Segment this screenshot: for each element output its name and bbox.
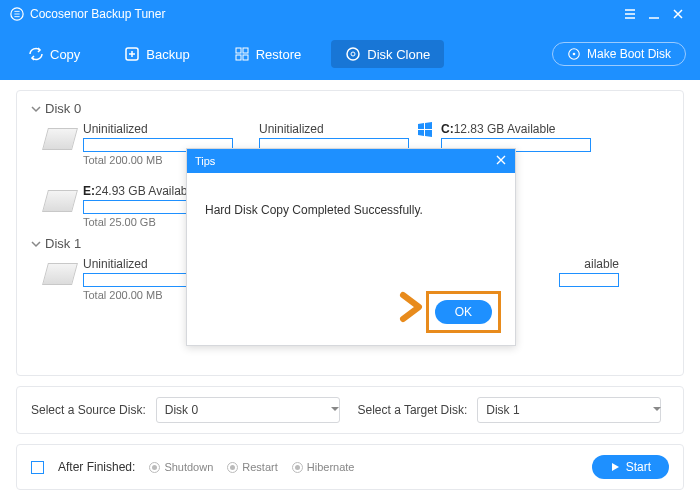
partition-label: ailable <box>584 257 619 271</box>
radio-shutdown[interactable]: Shutdown <box>149 461 213 473</box>
backup-icon <box>124 46 140 62</box>
tab-restore-label: Restore <box>256 47 302 62</box>
windows-icon <box>417 122 433 138</box>
close-icon[interactable] <box>666 4 690 24</box>
partition-label: C:12.83 GB Available <box>441 122 591 136</box>
footer-panel: After Finished: Shutdown Restart Hiberna… <box>16 444 684 490</box>
disk0-header[interactable]: Disk 0 <box>31 101 669 116</box>
svg-point-7 <box>351 52 355 56</box>
dialog-title: Tips <box>195 155 215 167</box>
tab-restore[interactable]: Restore <box>220 40 316 68</box>
app-logo-icon <box>10 7 24 21</box>
disk1-name: Disk 1 <box>45 236 81 251</box>
disk0-name: Disk 0 <box>45 101 81 116</box>
target-label: Select a Target Disk: <box>357 403 467 417</box>
minimize-icon[interactable] <box>642 4 666 24</box>
svg-rect-3 <box>243 48 248 53</box>
tab-diskclone-label: Disk Clone <box>367 47 430 62</box>
hdd-icon <box>42 190 78 212</box>
partition-label: Uninitialized <box>259 122 409 136</box>
chevron-down-icon <box>31 239 41 249</box>
source-disk-select[interactable] <box>156 397 340 423</box>
tab-copy[interactable]: Copy <box>14 40 94 68</box>
make-boot-disk-button[interactable]: Make Boot Disk <box>552 42 686 66</box>
after-finished-label: After Finished: <box>58 460 135 474</box>
diskclone-icon <box>345 46 361 62</box>
hdd-icon <box>42 263 78 285</box>
partition-label: Uninitialized <box>83 122 233 136</box>
tab-backup-label: Backup <box>146 47 189 62</box>
highlight-arrow-icon <box>397 291 429 327</box>
boot-icon <box>567 47 581 61</box>
tab-backup[interactable]: Backup <box>110 40 203 68</box>
hdd-icon <box>42 128 78 150</box>
svg-rect-2 <box>236 48 241 53</box>
source-label: Select a Source Disk: <box>31 403 146 417</box>
ok-button[interactable]: OK <box>435 300 492 324</box>
svg-point-6 <box>347 48 359 60</box>
tips-dialog: Tips Hard Disk Copy Completed Successful… <box>186 148 516 346</box>
svg-rect-5 <box>243 55 248 60</box>
target-disk-select[interactable] <box>477 397 661 423</box>
ok-highlight-box: OK <box>426 291 501 333</box>
tab-disk-clone[interactable]: Disk Clone <box>331 40 444 68</box>
chevron-down-icon <box>31 104 41 114</box>
main-toolbar: Copy Backup Restore Disk Clone Make Boot… <box>0 28 700 80</box>
dialog-close-icon[interactable] <box>495 154 507 168</box>
after-finished-checkbox[interactable] <box>31 461 44 474</box>
copy-icon <box>28 46 44 62</box>
dialog-titlebar: Tips <box>187 149 515 173</box>
start-button[interactable]: Start <box>592 455 669 479</box>
app-title: Cocosenor Backup Tuner <box>30 7 165 21</box>
usage-bar <box>559 273 619 287</box>
svg-rect-4 <box>236 55 241 60</box>
svg-point-9 <box>573 53 576 56</box>
radio-restart[interactable]: Restart <box>227 461 277 473</box>
play-icon <box>610 462 620 472</box>
menu-icon[interactable] <box>618 4 642 24</box>
make-boot-label: Make Boot Disk <box>587 47 671 61</box>
dialog-message: Hard Disk Copy Completed Successfully. <box>187 173 515 227</box>
titlebar: Cocosenor Backup Tuner <box>0 0 700 28</box>
radio-hibernate[interactable]: Hibernate <box>292 461 355 473</box>
tab-copy-label: Copy <box>50 47 80 62</box>
restore-icon <box>234 46 250 62</box>
selector-panel: Select a Source Disk: Select a Target Di… <box>16 386 684 434</box>
